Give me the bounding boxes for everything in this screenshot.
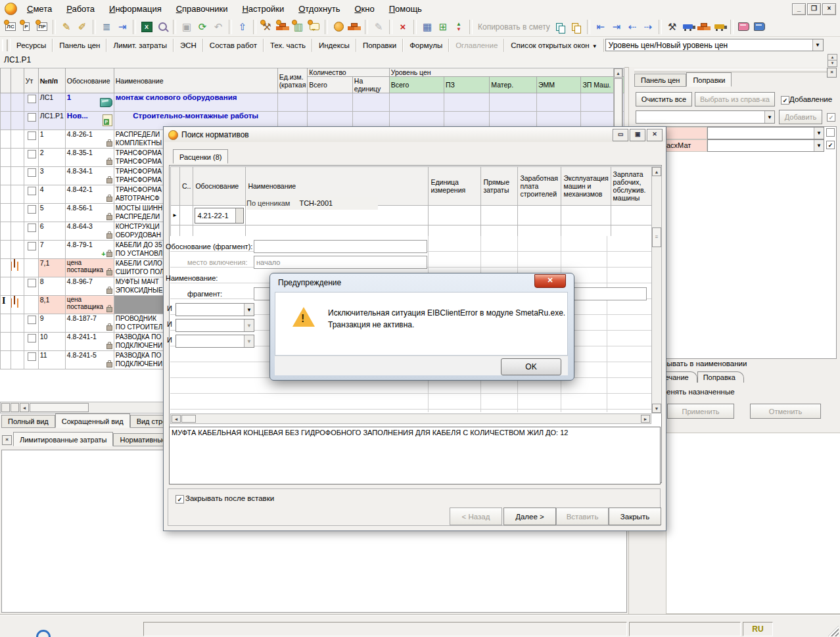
next-button[interactable]: Далее > <box>503 507 556 525</box>
close-lower-panel-icon[interactable]: × <box>2 435 12 445</box>
dialog-hscrollbar[interactable]: ◄ ► <box>170 413 651 424</box>
comment-icon[interactable] <box>306 19 322 35</box>
cell-num[interactable]: 10 <box>38 333 65 351</box>
save-icon[interactable]: ▣ <box>179 19 195 35</box>
cell-num[interactable]: 5 <box>38 204 65 222</box>
row-checkbox[interactable] <box>28 224 36 232</box>
del-position-icon[interactable]: ✐ <box>74 19 90 35</box>
cell-num[interactable]: 3 <box>38 167 65 185</box>
editor-button[interactable] <box>235 208 243 223</box>
cell-check[interactable] <box>24 112 38 130</box>
dlg-cell[interactable] <box>429 206 481 225</box>
tab-8[interactable]: Формулы <box>403 39 449 52</box>
open-windows-tab[interactable]: Список открытых окон▼ <box>504 39 603 52</box>
menu-item-6[interactable]: Окно <box>347 2 381 16</box>
cell-basis[interactable]: 4.8-79-1+ <box>65 241 114 259</box>
cell-check[interactable] <box>24 167 38 185</box>
row-checkbox[interactable] <box>28 95 36 103</box>
cell-cursor[interactable] <box>1 259 11 277</box>
cancel-button[interactable]: Отменить <box>750 404 821 419</box>
pr-button[interactable]: ПР <box>34 19 50 35</box>
cell-marker[interactable] <box>11 93 24 112</box>
cell-cursor[interactable] <box>1 241 11 259</box>
dialog-vscrollbar[interactable]: ▲ ≡ ▼ <box>651 166 662 413</box>
cell-cursor[interactable] <box>1 112 11 130</box>
cell-marker[interactable] <box>11 296 24 314</box>
menu-item-1[interactable]: Работа <box>59 2 102 16</box>
cell-cursor[interactable] <box>1 204 11 222</box>
basis-fragment-field[interactable] <box>254 240 427 253</box>
dlg-hscroll-thumb[interactable] <box>181 415 196 423</box>
cell-check[interactable] <box>24 333 38 351</box>
view-tab-1[interactable]: Сокращенный вид <box>55 413 130 428</box>
menu-item-3[interactable]: Справочники <box>169 2 235 16</box>
minimize-button[interactable]: _ <box>792 3 806 15</box>
cell-basis[interactable]: 1 <box>65 93 114 112</box>
row-checkbox[interactable] <box>28 205 36 214</box>
row-checkbox[interactable] <box>28 242 36 250</box>
cell-num[interactable]: 4 <box>38 185 65 204</box>
cell-basis[interactable]: 4.8-64-3 <box>65 222 114 241</box>
row-checkbox[interactable] <box>28 316 36 324</box>
cell-num[interactable]: ЛС1.Р1 <box>38 112 65 130</box>
basis-editor[interactable]: 4.21-22-1 <box>195 208 244 224</box>
work-resources-icon[interactable]: ⚒ <box>665 19 680 35</box>
dialog-minimize-icon[interactable]: ▭ <box>613 129 628 141</box>
cell-marker[interactable] <box>11 185 24 204</box>
row-checkbox[interactable] <box>28 168 36 177</box>
unlock-icon[interactable]: ⇧ <box>235 19 250 35</box>
scroll-up-icon[interactable]: ▲ <box>614 68 622 78</box>
materials-icon[interactable] <box>275 19 291 35</box>
menu-item-0[interactable]: Смета <box>20 2 59 16</box>
hscroll-thumb[interactable] <box>30 403 89 412</box>
close-right-panel-icon[interactable]: × <box>827 68 837 78</box>
dlg-cell[interactable] <box>561 206 611 225</box>
tab-0[interactable]: Ресурсы <box>10 39 53 52</box>
excel-export-icon[interactable]: X <box>139 19 154 35</box>
dlg-scroll-left-icon[interactable]: ◄ <box>172 415 181 423</box>
cell-marker[interactable] <box>11 277 24 296</box>
add-doc-icon[interactable]: ⊞ <box>435 19 451 35</box>
cell-check[interactable] <box>24 277 38 296</box>
right-tab2-1[interactable]: Поправка <box>697 371 744 383</box>
cell-cursor[interactable] <box>1 130 11 149</box>
resources-icon[interactable] <box>346 19 362 35</box>
cell-value[interactable] <box>490 93 537 112</box>
add-button[interactable]: Добавить <box>779 110 822 124</box>
cell-marker[interactable] <box>11 167 24 185</box>
tree-structure-icon[interactable]: ≣ <box>99 19 114 35</box>
dlg-scroll-up-icon[interactable]: ▲ <box>652 167 661 176</box>
search-icon[interactable] <box>154 19 170 35</box>
apply-button[interactable]: Применить <box>667 404 734 419</box>
cell-check[interactable] <box>24 314 38 333</box>
cell-value[interactable] <box>308 93 353 112</box>
edit-form-icon[interactable]: ✎ <box>371 19 386 35</box>
cell-marker[interactable] <box>11 351 24 369</box>
cell-num[interactable]: 7 <box>38 241 65 259</box>
cell-check[interactable] <box>24 296 38 314</box>
chevron-down-icon[interactable]: ▼ <box>812 39 823 51</box>
dlg-cell[interactable] <box>481 206 518 225</box>
cell-value[interactable] <box>389 93 444 112</box>
cell-basis[interactable]: 4.8-56-1 <box>65 204 114 222</box>
keyboard-layout-indicator[interactable]: RU <box>743 622 773 636</box>
cell-check[interactable] <box>24 351 38 369</box>
cell-basis[interactable]: 4.8-241-5 <box>65 351 114 369</box>
row-checkbox[interactable] <box>28 131 36 140</box>
dlg-cell-basis[interactable]: 4.21-22-1 <box>193 206 246 225</box>
correction-checkbox[interactable] <box>826 128 835 137</box>
cell-value[interactable] <box>277 93 308 112</box>
menu-item-7[interactable]: Помощь <box>382 2 429 16</box>
r-button[interactable]: Р <box>18 19 34 35</box>
restore-button[interactable]: ❐ <box>807 3 821 15</box>
correction-combo[interactable]: ▼ <box>707 139 824 152</box>
pick-from-reference-button[interactable]: Выбрать из справ-ка <box>695 92 775 106</box>
bricks-icon[interactable] <box>696 19 712 35</box>
dlg-vscroll-thumb[interactable]: ≡ <box>652 227 661 247</box>
chevron-down-icon[interactable]: ▼ <box>244 304 254 316</box>
cell-value[interactable] <box>536 93 581 112</box>
lower-tab-0[interactable]: Лимитированные затраты <box>13 432 113 446</box>
tab-1[interactable]: Панель цен <box>53 39 106 52</box>
tab-rates[interactable]: Расценки (8) <box>173 149 228 164</box>
cell-basis[interactable]: Нов... <box>65 112 114 130</box>
